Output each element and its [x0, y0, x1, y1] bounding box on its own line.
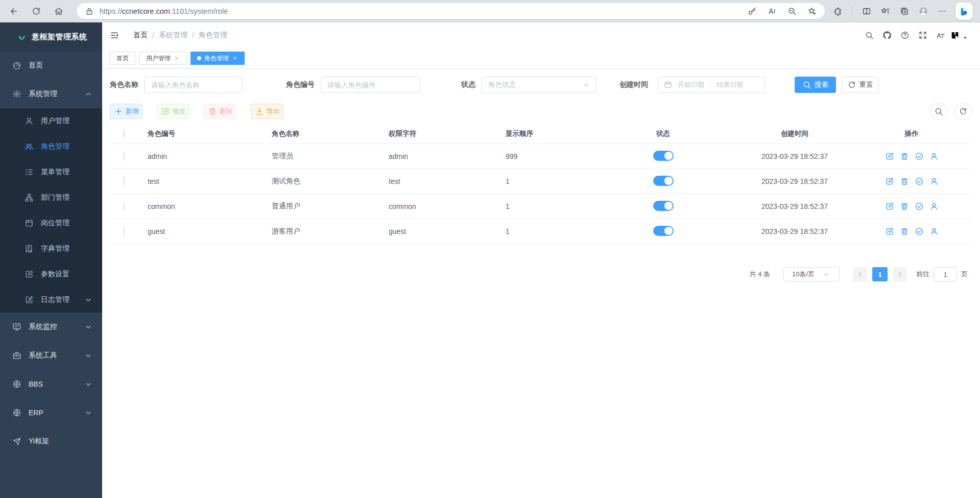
check-circle-icon[interactable] — [915, 202, 924, 211]
sidebar-fold-button[interactable] — [110, 31, 119, 40]
status-select[interactable]: 角色状态 — [482, 77, 596, 93]
favorites-icon[interactable] — [881, 7, 890, 16]
github-icon[interactable] — [882, 31, 892, 40]
collections-icon[interactable] — [900, 7, 909, 16]
fullscreen-icon[interactable] — [918, 31, 927, 40]
check-circle-icon[interactable] — [915, 227, 924, 236]
sidebar-item-log-mgmt[interactable]: 日志管理 — [0, 287, 102, 313]
user-icon[interactable] — [929, 227, 939, 236]
edit-icon[interactable] — [885, 152, 894, 161]
close-icon[interactable] — [232, 55, 238, 61]
sidebar-submenu-system: 用户管理角色管理菜单管理部门管理岗位管理字典管理参数设置日志管理 — [0, 108, 102, 313]
role-code-label: 角色编号 — [286, 80, 315, 89]
sidebar-item-home[interactable]: 首页 — [0, 51, 102, 80]
date-range-picker[interactable]: 开始日期 - 结束日期 — [658, 77, 765, 93]
page-size-select[interactable]: 10条/页 — [783, 267, 840, 281]
current-page-button[interactable]: 1 — [872, 267, 888, 281]
calendar-icon — [663, 80, 673, 89]
delete-button[interactable]: 删除 — [204, 104, 236, 119]
yi-logo-icon[interactable] — [950, 31, 960, 40]
profile-avatar-icon[interactable] — [919, 7, 928, 16]
status-toggle[interactable] — [653, 176, 674, 186]
export-button[interactable]: 导出 — [251, 104, 283, 119]
delete-icon[interactable] — [900, 202, 909, 211]
user-icon[interactable] — [929, 177, 939, 186]
copilot-icon[interactable] — [960, 7, 969, 16]
check-circle-icon[interactable] — [915, 177, 924, 186]
sidebar-item-user-mgmt[interactable]: 用户管理 — [0, 108, 102, 134]
tab-user-mgmt[interactable]: 用户管理 — [139, 52, 186, 65]
user-icon[interactable] — [929, 202, 939, 211]
show-search-toggle-button[interactable] — [930, 103, 947, 120]
sidebar-item-erp[interactable]: ERP — [0, 398, 102, 427]
edit-icon[interactable] — [885, 227, 894, 236]
sidebar-item-yi-framework[interactable]: Yi框架 — [0, 427, 102, 456]
goto-page-input[interactable] — [934, 267, 957, 281]
row-checkbox[interactable] — [124, 202, 125, 211]
back-icon[interactable] — [9, 7, 18, 16]
sidebar-item-dict-mgmt[interactable]: 字典管理 — [0, 236, 102, 262]
lock-icon[interactable] — [85, 7, 94, 16]
refresh-table-button[interactable] — [954, 103, 972, 120]
edit-icon[interactable] — [885, 177, 894, 186]
sidebar-item-bbs[interactable]: BBS — [0, 370, 102, 398]
sidebar-item-tools[interactable]: 系统工具 — [0, 341, 102, 370]
tab-role-mgmt[interactable]: 角色管理 — [190, 52, 245, 65]
next-page-button[interactable] — [893, 267, 907, 281]
sidebar-item-role-mgmt[interactable]: 角色管理 — [0, 134, 102, 159]
user-icon[interactable] — [929, 152, 939, 161]
sidebar-item-post-mgmt[interactable]: 岗位管理 — [0, 210, 102, 236]
caret-down-icon[interactable] — [961, 33, 970, 42]
row-checkbox[interactable] — [124, 227, 125, 236]
col-perm-string: 权限字符 — [379, 129, 496, 138]
avatar-dropdown-caret[interactable] — [961, 33, 970, 42]
sidebar-item-param-settings[interactable]: 参数设置 — [0, 262, 102, 287]
sidebar-item-dept-mgmt[interactable]: 部门管理 — [0, 185, 102, 210]
delete-icon[interactable] — [900, 227, 909, 236]
row-checkbox[interactable] — [124, 177, 125, 186]
users-icon — [25, 142, 34, 151]
prev-page-button[interactable] — [853, 267, 867, 281]
role-code-input[interactable] — [321, 77, 420, 93]
delete-icon[interactable] — [900, 177, 909, 186]
reset-button[interactable]: 重置 — [842, 77, 878, 93]
zoom-out-icon[interactable] — [787, 7, 797, 16]
search-icon[interactable] — [865, 31, 874, 40]
edit-icon[interactable] — [885, 202, 894, 211]
cell-role-name: 普通用户 — [262, 202, 379, 211]
key-icon[interactable] — [748, 7, 757, 16]
status-toggle[interactable] — [653, 226, 674, 236]
select-all-checkbox[interactable] — [124, 129, 125, 138]
tab-home[interactable]: 首页 — [110, 52, 135, 65]
add-favorite-icon[interactable] — [807, 7, 817, 16]
add-button[interactable]: 新增 — [110, 104, 142, 119]
font-size-icon[interactable] — [936, 31, 945, 40]
more-icon[interactable] — [938, 7, 947, 16]
close-icon[interactable] — [174, 55, 180, 61]
search-button[interactable]: 搜索 — [795, 77, 836, 93]
breadcrumb-home[interactable]: 首页 — [133, 31, 148, 40]
delete-icon[interactable] — [900, 152, 909, 161]
refresh-icon[interactable] — [32, 7, 41, 16]
home-icon[interactable] — [54, 7, 63, 16]
question-icon[interactable] — [900, 31, 910, 40]
user-avatar-logo[interactable] — [950, 31, 960, 40]
sidebar-item-label: 日志管理 — [41, 295, 69, 304]
sidebar-item-menu-mgmt[interactable]: 菜单管理 — [0, 159, 102, 185]
row-checkbox[interactable] — [124, 152, 125, 161]
address-bar[interactable]: https://ccnetcore.com:1101/system/role — [77, 3, 825, 19]
status-toggle[interactable] — [653, 201, 674, 211]
extensions-icon[interactable] — [833, 7, 842, 16]
copilot-button[interactable] — [955, 3, 973, 20]
app-logo[interactable]: 意框架管理系统 — [0, 22, 102, 51]
sidebar-item-system[interactable]: 系统管理 — [0, 80, 102, 108]
sidebar-item-monitor[interactable]: 系统监控 — [0, 313, 102, 341]
split-screen-icon[interactable] — [862, 7, 871, 16]
check-circle-icon[interactable] — [915, 152, 924, 161]
edit-button[interactable]: 修改 — [157, 104, 189, 119]
fold-icon[interactable] — [110, 31, 119, 40]
status-toggle[interactable] — [653, 151, 674, 161]
read-aloud-icon[interactable] — [768, 7, 777, 16]
role-name-input[interactable] — [145, 77, 243, 93]
cell-created-time: 2023-03-29 18:52:37 — [738, 152, 851, 160]
